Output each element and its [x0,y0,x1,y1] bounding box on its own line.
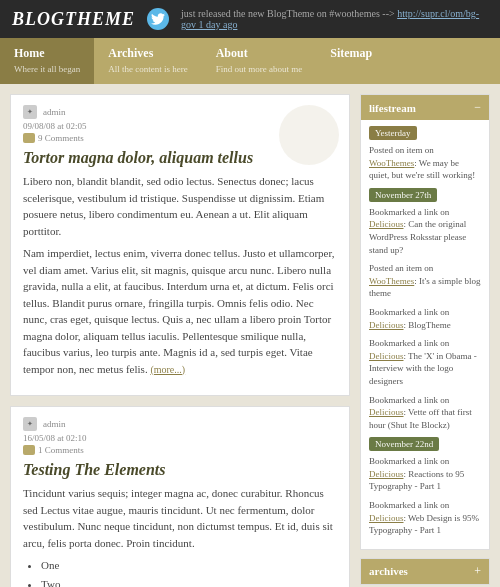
lifestream-day-yesterday: Yesterday Posted on item on WooThemes: W… [369,126,481,182]
nav-item-home[interactable]: Home Where it all began [0,38,94,84]
lifestream-link[interactable]: Delicious [369,219,404,229]
lifestream-link[interactable]: Delicious [369,351,404,361]
post-2-author: admin [43,419,66,429]
post-2-date: 16/05/08 at 02:10 [23,433,337,443]
navigation: Home Where it all began Archives All the… [0,38,500,84]
read-more-link-1[interactable]: (more...) [150,364,185,375]
sidebar-lifestream-header: lifestream − [361,95,489,120]
post-1-body: Libero non, blandit blandit, sed odio le… [23,173,337,377]
post-1-date: 09/08/08 at 02:05 [23,121,337,131]
sidebar-archives-toggle[interactable]: + [474,564,481,579]
list-item: Two Two Point One Two Point Three [41,576,337,588]
post-2-avatar: ✦ [23,417,37,431]
post-2-list1: One Two Two Point One Two Point Three Th… [41,557,337,587]
list-item: One [41,557,337,574]
lifestream-link[interactable]: Delicious [369,407,404,417]
post-1-meta: ✦ admin [23,105,337,119]
sidebar-lifestream-toggle[interactable]: − [474,100,481,115]
sidebar-archives-header: archives + [361,559,489,584]
post-1-title: Tortor magna dolor, aliquam tellus [23,149,337,167]
nav-item-about[interactable]: About Find out more about me [202,38,317,84]
header-twitter-text: just released the new BlogTheme on #woot… [181,8,488,30]
post-2: ✦ admin 16/05/08 at 02:10 1 Comments Tes… [10,406,350,587]
lifestream-link[interactable]: Delicious [369,513,404,523]
content-wrapper: ✦ admin 09/08/08 at 02:05 9 Comments Tor… [0,84,500,587]
comment-bubble-icon [23,133,35,143]
lifestream-link[interactable]: WooThemes [369,158,414,168]
sidebar-lifestream: lifestream − Yesterday Posted on item on… [360,94,490,550]
nav-item-sitemap[interactable]: Sitemap [316,38,386,84]
sidebar-archives: archives + [360,558,490,585]
main-content: ✦ admin 09/08/08 at 02:05 9 Comments Tor… [10,94,350,587]
sidebar-lifestream-title: lifestream [369,102,416,114]
sidebar: lifestream − Yesterday Posted on item on… [360,94,490,587]
nav-item-archives[interactable]: Archives All the content is here [94,38,201,84]
post-2-title: Testing The Elements [23,461,337,479]
lifestream-link[interactable]: Delicious [369,320,404,330]
twitter-icon [147,8,169,30]
lifestream-link[interactable]: WooThemes [369,276,414,286]
lifestream-day-nov22: November 22nd Bookmarked a link on Delic… [369,437,481,537]
sidebar-archives-title: archives [369,565,408,577]
header: BLOGTHEME just released the new BlogThem… [0,0,500,38]
comment-bubble-icon-2 [23,445,35,455]
post-1-author: admin [43,107,66,117]
post-2-body: Tincidunt varius sequis; integer magna a… [23,485,337,587]
post-1: ✦ admin 09/08/08 at 02:05 9 Comments Tor… [10,94,350,396]
lifestream-day-nov27: November 27th Bookmarked a link on Delic… [369,188,481,432]
logo: BLOGTHEME [12,9,135,30]
sidebar-lifestream-content: Yesterday Posted on item on WooThemes: W… [361,120,489,549]
lifestream-link[interactable]: Delicious [369,469,404,479]
post-1-comments: 9 Comments [23,133,337,143]
post-1-avatar: ✦ [23,105,37,119]
post-2-meta: ✦ admin [23,417,337,431]
post-2-comments: 1 Comments [23,445,337,455]
